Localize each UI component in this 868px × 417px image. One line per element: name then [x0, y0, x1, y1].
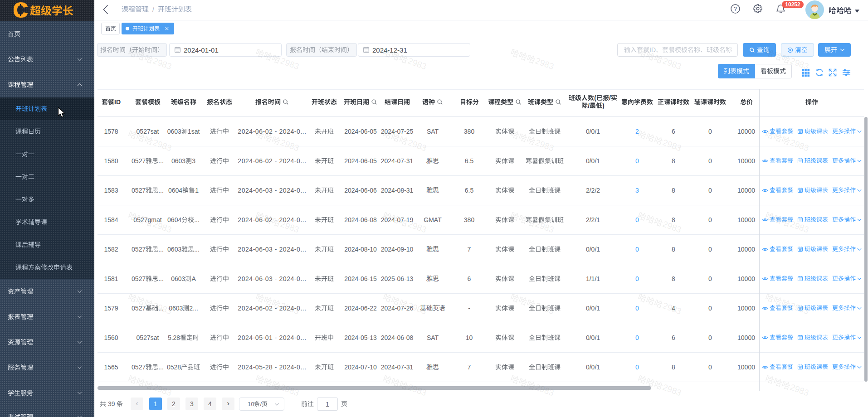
svg-text:?: ?	[734, 6, 737, 12]
